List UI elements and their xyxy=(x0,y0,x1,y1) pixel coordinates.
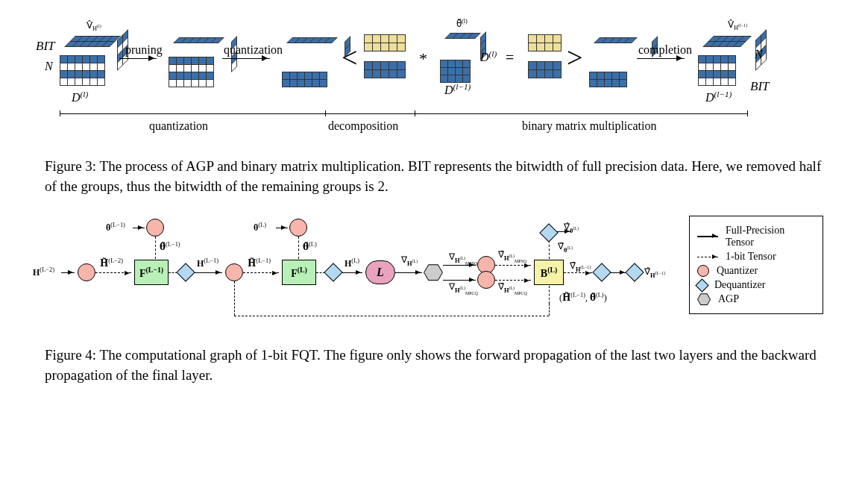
pruning-label: pruning xyxy=(125,43,163,57)
legend-agp: AGP xyxy=(697,293,815,305)
Dprev-label: D(l−1) xyxy=(444,82,471,97)
theta-L-tilde: θ̃(L) xyxy=(303,241,317,253)
theta-Lm1-tilde: θ̃(L−1) xyxy=(160,241,180,253)
theta-tilde: θ̃(l) xyxy=(456,18,468,30)
H-Lm2: H(L−2) xyxy=(33,266,54,278)
N-right: N xyxy=(755,48,763,61)
result-bottom xyxy=(528,61,562,78)
bracket-quant-label: quantization xyxy=(149,119,208,133)
grad-H-hat: ∇̂H(L−1) xyxy=(644,266,665,278)
arrow-theta2 xyxy=(276,228,288,228)
box-F-Lm1: F(L−1) xyxy=(134,260,169,285)
arrow-theta-out xyxy=(556,231,571,232)
circle-icon xyxy=(697,265,709,277)
arrow-1 xyxy=(61,272,75,273)
legend-quant-label: Quantizer xyxy=(717,265,758,277)
bit-label-left: BIT xyxy=(36,39,55,54)
quantizer-lower xyxy=(477,271,495,289)
caption-fig3: Figure 3: The process of AGP and binary … xyxy=(45,157,823,196)
angle-bracket: < xyxy=(342,43,357,72)
vhat-right: V̂H(l−1) xyxy=(728,19,747,31)
feedback-v2 xyxy=(549,304,550,316)
agp-node xyxy=(424,264,443,281)
theta-L: θ(L) xyxy=(254,222,266,234)
quantizer-1 xyxy=(78,263,95,281)
N-label: N xyxy=(45,60,53,73)
dequant-2 xyxy=(324,263,342,281)
legend-1bit-label: 1-bit Tensor xyxy=(726,251,776,263)
H-L: H(L) xyxy=(345,257,359,269)
bracket-bmm xyxy=(415,113,747,114)
legend-agp-label: AGP xyxy=(718,293,739,305)
arrow-upper1 xyxy=(443,265,476,266)
vline-theta1 xyxy=(155,237,156,259)
multiply-symbol: * xyxy=(419,49,427,69)
vhat-Hl: V̂H(l) xyxy=(87,20,101,32)
fig4-diagram: H(L−2) H̃(L−2) F(L−1) H(L−1) H̃(L−1) F(L… xyxy=(45,211,823,338)
legend-full: Full-Precision Tensor xyxy=(697,225,815,248)
legend-full-label: Full-Precision Tensor xyxy=(726,225,815,248)
legend: Full-Precision Tensor 1-bit Tensor Quant… xyxy=(689,216,823,314)
result-top xyxy=(528,34,562,51)
arrow-lower1 xyxy=(443,280,476,281)
grad-H-MPCQ: ∇H(L)MPCQ xyxy=(449,281,478,295)
dashed-arrow-icon xyxy=(697,257,718,257)
tensor-output xyxy=(698,45,758,86)
quantizer-theta1 xyxy=(146,219,164,237)
arrow-pruning xyxy=(119,58,157,59)
grad-bar-upper: ∇̄H(L)MPSQ xyxy=(498,249,526,263)
arrow-8 xyxy=(395,272,422,273)
box-F-L: F(L) xyxy=(282,260,316,285)
tensor-theta xyxy=(440,42,477,83)
bracket-decomp-label: decomposition xyxy=(328,119,398,133)
arrow-quant xyxy=(222,58,270,59)
decomp-bottom xyxy=(364,61,406,78)
tensor-quantized xyxy=(282,46,342,87)
feedback-v1 xyxy=(234,281,235,316)
angle-bracket-right: > xyxy=(567,43,582,72)
tensor-input xyxy=(60,45,119,86)
arrow-theta1 xyxy=(133,228,145,228)
legend-dequant: Dequantizer xyxy=(697,279,815,291)
grad-HL: ∇H(L) xyxy=(401,254,418,266)
arrow-completion xyxy=(637,58,685,59)
legend-1bit: 1-bit Tensor xyxy=(697,251,815,263)
bracket-quant xyxy=(60,113,325,114)
dequant-4 xyxy=(625,263,644,281)
fig3-diagram: BIT N V̂H(l) D(l) pruning quantization xyxy=(45,15,823,149)
arrow-5 xyxy=(243,272,279,273)
diamond-icon xyxy=(695,278,708,292)
arrow-out2 xyxy=(610,272,626,273)
equals-symbol: = xyxy=(506,49,514,66)
quantizer-2 xyxy=(225,263,243,281)
figure-3: BIT N V̂H(l) D(l) pruning quantization xyxy=(45,15,823,196)
caption-fig4: Figure 4: The computational graph of 1-b… xyxy=(45,345,823,385)
arrow-lower2 xyxy=(495,280,531,281)
vline-theta2 xyxy=(298,237,299,259)
arrow-2 xyxy=(95,272,131,273)
H-Lm1-tilde: H̃(L−1) xyxy=(248,257,271,269)
vline-pair xyxy=(549,286,550,304)
H-Lm2-tilde: H̃(L−2) xyxy=(100,257,123,269)
hexagon-icon xyxy=(697,293,711,305)
box-loss: L xyxy=(365,260,395,284)
grad-theta-bar: ∇̄θ(L) xyxy=(558,241,573,253)
completion-label: completion xyxy=(638,43,692,57)
dequant-3 xyxy=(592,263,611,281)
bracket-bmm-label: binary matrix multiplication xyxy=(522,119,656,133)
tensor-pruned xyxy=(169,46,228,87)
arrow-4 xyxy=(194,272,222,273)
arrow-out1 xyxy=(564,272,592,273)
bit-right: BIT xyxy=(750,79,770,94)
bracket-decomp xyxy=(325,113,415,114)
H-Lm1: H(L−1) xyxy=(197,257,218,269)
pair-label: (H̃(L−1), θ̃(L)) xyxy=(559,292,607,304)
D-input: D(l) xyxy=(72,90,88,104)
arrow-7 xyxy=(342,272,362,273)
decomp-top xyxy=(364,34,406,51)
quantizer-theta2 xyxy=(289,219,307,237)
figure-4: H(L−2) H̃(L−2) F(L−1) H(L−1) H̃(L−1) F(L… xyxy=(45,211,823,385)
theta-Lm1: θ(L−1) xyxy=(106,222,125,234)
legend-quant: Quantizer xyxy=(697,265,815,277)
D-right: D(l−1) xyxy=(705,90,732,104)
